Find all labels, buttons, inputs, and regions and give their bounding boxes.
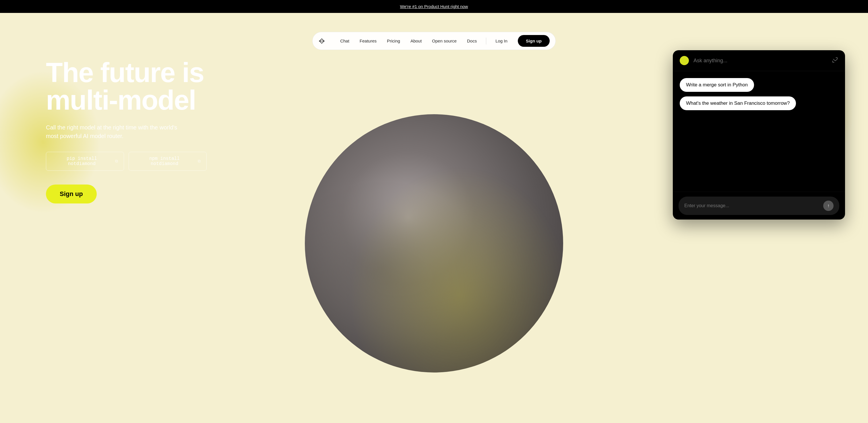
nav-login[interactable]: Log In <box>491 36 512 45</box>
hero-title: The future is multi-model <box>46 59 207 114</box>
send-icon: ↑ <box>827 203 830 208</box>
nav-wrapper: Chat Features Pricing About Open source … <box>0 27 868 55</box>
chat-expand-button[interactable] <box>832 57 838 65</box>
bg-circle-inner <box>305 114 563 372</box>
chat-panel: Ask anything... Write a merge sort in Py… <box>673 50 845 220</box>
nav-opensource[interactable]: Open source <box>427 36 461 45</box>
npm-copy-icon: ⧉ <box>198 159 200 164</box>
chat-footer: ↑ <box>673 192 845 220</box>
chat-input[interactable] <box>684 203 820 208</box>
chat-input-row: ↑ <box>679 197 839 215</box>
nav-pricing[interactable]: Pricing <box>382 36 405 45</box>
chat-body: Write a merge sort in Python What's the … <box>673 71 845 192</box>
hero-section: Chat Features Pricing About Open source … <box>0 13 868 422</box>
npm-install-button[interactable]: npm install notdiamond ⧉ <box>129 152 207 171</box>
top-banner: We're #1 on Product Hunt right now <box>0 0 868 13</box>
nav-chat[interactable]: Chat <box>336 36 354 45</box>
chat-suggestion-1[interactable]: Write a merge sort in Python <box>680 78 754 92</box>
chat-suggestion-2[interactable]: What's the weather in San Francisco tomo… <box>680 96 796 110</box>
hero-signup-button[interactable]: Sign up <box>46 185 97 203</box>
pip-install-button[interactable]: pip install notdiamond ⧉ <box>46 152 124 171</box>
pip-copy-icon: ⧉ <box>115 159 118 164</box>
nav-features[interactable]: Features <box>355 36 381 45</box>
chat-send-button[interactable]: ↑ <box>823 201 834 211</box>
code-buttons: pip install notdiamond ⧉ npm install not… <box>46 152 207 171</box>
npm-code: npm install notdiamond <box>135 156 194 166</box>
hero-title-line1: The future is <box>46 57 204 88</box>
logo[interactable] <box>318 38 329 44</box>
chat-avatar <box>680 56 689 65</box>
hero-title-line2: multi-model <box>46 85 196 116</box>
nav-docs[interactable]: Docs <box>462 36 482 45</box>
bg-circle <box>305 114 563 372</box>
banner-link[interactable]: We're #1 on Product Hunt right now <box>400 4 468 9</box>
pip-code: pip install notdiamond <box>52 156 112 166</box>
nav-signup-button[interactable]: Sign up <box>518 35 550 47</box>
hero-subtitle: Call the right model at the right time w… <box>46 123 184 140</box>
nav-links: Chat Features Pricing About Open source … <box>336 36 482 45</box>
nav-bar: Chat Features Pricing About Open source … <box>312 32 556 50</box>
nav-divider <box>486 38 486 44</box>
nav-about[interactable]: About <box>406 36 426 45</box>
chat-ask-placeholder: Ask anything... <box>693 58 727 64</box>
